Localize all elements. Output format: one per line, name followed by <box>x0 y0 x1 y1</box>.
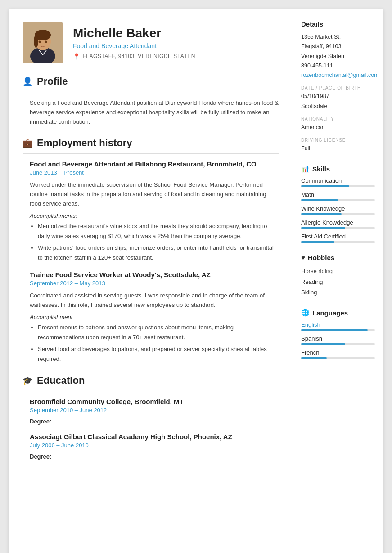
lang-bar-fill <box>301 357 327 359</box>
skill-item: First Aid Certified <box>301 233 375 243</box>
header-section: Michelle Baker Food and Beverage Attenda… <box>23 22 279 63</box>
hobby-item: Skiing <box>301 287 375 297</box>
education-title: Education <box>37 375 85 387</box>
skills-list: Communication Math Wine Knowledge Allerg… <box>301 177 375 243</box>
education-section-header: 🎓 Education <box>23 375 279 387</box>
details-section: Details 1355 Market St,Flagstaff, 94103,… <box>301 20 375 153</box>
profile-section-header: 👤 Profile <box>23 76 279 87</box>
candidate-name: Michelle Baker <box>73 26 195 40</box>
lang-bar-fill <box>301 329 368 331</box>
main-column: Michelle Baker Food and Beverage Attenda… <box>9 9 293 553</box>
skill-item: Communication <box>301 177 375 187</box>
skill-bar-fill <box>301 199 338 201</box>
candidate-title: Food and Beverage Attendant <box>73 42 195 49</box>
candidate-location: 📍 FLAGSTAFF, 94103, VERENIGDE STATEN <box>73 53 195 60</box>
skill-item: Math <box>301 191 375 201</box>
job-0-description: Worked under the immediate supervision o… <box>30 180 279 208</box>
edu-item-0: Broomfield Community College, Broomfield… <box>23 398 279 425</box>
skill-name: First Aid Certified <box>301 233 375 240</box>
skill-bar-fill <box>301 241 334 243</box>
list-item: Present menus to patrons and answer ques… <box>38 323 279 342</box>
job-1-dates: September 2012 – May 2013 <box>30 280 279 287</box>
languages-section: 🌐 Languages English Spanish French <box>301 309 375 359</box>
edu-item-1: Associagt Gilbert Classical Academy High… <box>23 433 279 460</box>
details-title: Details <box>301 20 375 28</box>
job-item-1: Trainee Food Service Worker at Woody's, … <box>23 271 279 364</box>
header-info: Michelle Baker Food and Beverage Attenda… <box>73 26 195 60</box>
profile-section: 👤 Profile Seeking a Food and Beverage At… <box>23 76 279 126</box>
skills-title: 📊 Skills <box>301 165 375 173</box>
lang-name: Spanish <box>301 335 375 342</box>
dob-label: DATE / PLACE OF BIRTH <box>301 85 375 90</box>
job-0-accomplishments-list: Memorized the restaurant's wine stock an… <box>30 221 279 263</box>
list-item: Served food and beverages to patrons, an… <box>38 344 279 364</box>
location-icon: 📍 <box>73 53 81 60</box>
skill-bar-fill <box>301 213 342 215</box>
education-icon: 🎓 <box>23 376 32 386</box>
employment-section: 💼 Employment history Food and Beverage A… <box>23 137 279 364</box>
employment-icon: 💼 <box>23 138 32 148</box>
profile-content: Seeking a Food and Beverage Attendant po… <box>23 99 279 126</box>
profile-icon: 👤 <box>23 76 32 86</box>
job-0-dates: June 2013 – Present <box>30 169 279 176</box>
lang-bar-bg <box>301 357 375 359</box>
sidebar-divider-2 <box>301 248 375 248</box>
hobbies-icon: ♥ <box>301 254 305 261</box>
education-section: 🎓 Education Broomfield Community College… <box>23 375 279 460</box>
skill-bar-bg <box>301 241 375 243</box>
edu-0-school: Broomfield Community College, Broomfield… <box>30 398 279 405</box>
skill-bar-bg <box>301 185 375 187</box>
list-item: Write patrons' food orders on slips, mem… <box>38 243 279 263</box>
languages-icon: 🌐 <box>301 309 310 317</box>
education-divider <box>23 391 279 391</box>
sidebar-divider-1 <box>301 159 375 159</box>
svg-point-6 <box>39 41 41 43</box>
email: rozenboomchantal@gmail.com <box>301 72 379 78</box>
skill-name: Math <box>301 191 375 198</box>
profile-text: Seeking a Food and Beverage Attendant po… <box>30 99 279 126</box>
skill-name: Allergie Knowdedge <box>301 219 375 226</box>
skill-name: Communication <box>301 177 375 184</box>
nationality-label: NATIONALITY <box>301 117 375 121</box>
dob-value: 05/10/1987 Scottsdale <box>301 92 375 111</box>
employment-section-header: 💼 Employment history <box>23 137 279 149</box>
hobby-item: Reading <box>301 277 375 287</box>
employment-divider <box>23 153 279 154</box>
lang-name: English <box>301 321 375 328</box>
edu-1-school: Associagt Gilbert Classical Academy High… <box>30 433 279 441</box>
job-1-accomplishments-list: Present menus to patrons and answer ques… <box>30 323 279 364</box>
skill-bar-bg <box>301 213 375 215</box>
employment-title: Employment history <box>37 137 132 149</box>
job-item-0: Food and Beverage Attendant at Billabong… <box>23 160 279 263</box>
job-0-accomplishments-label: Accomplishments: <box>30 212 279 219</box>
profile-divider <box>23 92 279 92</box>
skill-bar-bg <box>301 199 375 201</box>
hobby-item: Horse riding <box>301 266 375 276</box>
svg-point-7 <box>45 41 47 43</box>
skill-bar-fill <box>301 185 349 187</box>
hobbies-title: ♥ Hobbies <box>301 254 375 261</box>
job-1-description: Coordinated and assisted in serving gues… <box>30 291 279 310</box>
job-1-title: Trainee Food Service Worker at Woody's, … <box>30 271 279 279</box>
skills-section: 📊 Skills Communication Math Wine Knowled… <box>301 165 375 243</box>
skill-bar-fill <box>301 227 345 229</box>
svg-point-5 <box>34 35 38 48</box>
resume-container: Michelle Baker Food and Beverage Attenda… <box>9 9 383 553</box>
languages-title: 🌐 Languages <box>301 309 375 317</box>
language-item: French <box>301 349 375 359</box>
language-item: Spanish <box>301 335 375 345</box>
driving-value: Full <box>301 144 375 153</box>
avatar <box>23 22 63 63</box>
edu-0-degree: Degree: <box>30 418 279 425</box>
sidebar-divider-3 <box>301 303 375 303</box>
skill-item: Allergie Knowdedge <box>301 219 375 229</box>
phone: 890-455-111 <box>301 63 333 69</box>
skills-icon: 📊 <box>301 165 310 173</box>
languages-list: English Spanish French <box>301 321 375 359</box>
lang-name: French <box>301 349 375 356</box>
lang-bar-bg <box>301 329 375 331</box>
edu-1-dates: July 2006 – June 2010 <box>30 442 279 449</box>
driving-label: DRIVING LICENSE <box>301 138 375 143</box>
skill-bar-bg <box>301 227 375 229</box>
edu-1-degree: Degree: <box>30 453 279 460</box>
